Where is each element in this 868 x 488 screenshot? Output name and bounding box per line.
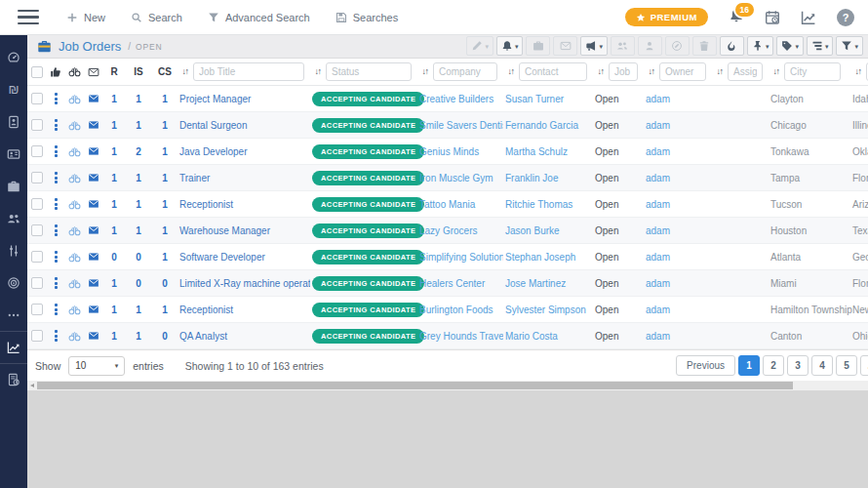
job-title-link[interactable]: Trainer bbox=[179, 173, 210, 183]
tags-button[interactable]: ▾ bbox=[776, 36, 804, 56]
broadcast-button[interactable]: ▾ bbox=[580, 36, 608, 56]
sidebar-item-contacts[interactable] bbox=[0, 105, 27, 138]
email-button[interactable] bbox=[553, 36, 577, 56]
internal-submissions-count[interactable]: 1 bbox=[125, 94, 152, 104]
page-5-button[interactable]: 5 bbox=[836, 355, 857, 376]
sort-icon[interactable]: ↓↑ bbox=[770, 67, 781, 76]
client-submissions-count[interactable]: 1 bbox=[152, 146, 178, 157]
internal-submissions-count[interactable]: 1 bbox=[125, 173, 152, 183]
contact-filter-input[interactable] bbox=[519, 62, 587, 81]
table-row[interactable]: 1 0 0 Limited X-Ray machine operator ACC… bbox=[27, 270, 868, 297]
pin-button[interactable]: ▾ bbox=[747, 36, 774, 56]
job-title-link[interactable]: Limited X-Ray machine operator bbox=[179, 278, 310, 289]
edit-button[interactable]: ▾ bbox=[466, 36, 493, 56]
table-row[interactable]: 1 2 1 Java Developer ACCEPTING CANDIDATE… bbox=[27, 139, 868, 165]
email-envelope-icon[interactable] bbox=[88, 172, 99, 183]
owner-link[interactable]: adam bbox=[646, 278, 670, 289]
client-submissions-count[interactable]: 1 bbox=[152, 120, 178, 131]
client-submissions-count[interactable]: 1 bbox=[152, 252, 178, 263]
client-submissions-count[interactable]: 1 bbox=[152, 305, 178, 315]
column-is-label[interactable]: IS bbox=[125, 66, 152, 77]
table-row[interactable]: 1 1 1 Receptionist ACCEPTING CANDIDATE B… bbox=[27, 297, 868, 323]
city-filter-input[interactable] bbox=[784, 62, 841, 81]
email-envelope-icon[interactable] bbox=[88, 330, 99, 342]
email-envelope-icon[interactable] bbox=[88, 304, 99, 315]
title-filter-input[interactable] bbox=[193, 62, 304, 81]
contact-link[interactable]: Martha Schulz bbox=[505, 146, 568, 157]
owner-link[interactable]: adam bbox=[646, 252, 670, 263]
column-cs-label[interactable]: CS bbox=[152, 66, 178, 77]
column-r-label[interactable]: R bbox=[103, 66, 125, 77]
email-envelope-icon[interactable] bbox=[88, 251, 99, 263]
assigned-filter-input[interactable] bbox=[728, 62, 763, 81]
email-envelope-icon[interactable] bbox=[88, 119, 99, 131]
help-button[interactable]: ? bbox=[837, 9, 854, 26]
job-title-link[interactable]: Dental Surgeon bbox=[179, 120, 248, 131]
contact-link[interactable]: Stephan Joseph bbox=[505, 252, 575, 263]
sidebar-item-dashboard[interactable] bbox=[0, 41, 27, 73]
row-checkbox[interactable] bbox=[31, 330, 43, 342]
bulk-edit-button[interactable] bbox=[665, 36, 690, 56]
internal-submissions-count[interactable]: 1 bbox=[125, 120, 152, 131]
owner-link[interactable]: adam bbox=[646, 120, 670, 131]
owner-link[interactable]: adam bbox=[646, 146, 670, 157]
hot-list-button[interactable] bbox=[720, 36, 744, 56]
client-submissions-count[interactable]: 1 bbox=[152, 173, 178, 183]
owner-link[interactable]: adam bbox=[646, 331, 670, 342]
row-menu-icon[interactable] bbox=[55, 93, 58, 104]
row-checkbox[interactable] bbox=[31, 172, 43, 183]
row-menu-icon[interactable] bbox=[55, 251, 58, 263]
premium-button[interactable]: PREMIUM bbox=[625, 8, 708, 26]
client-submissions-count[interactable]: 1 bbox=[152, 199, 178, 210]
notify-button[interactable]: ▾ bbox=[496, 36, 524, 56]
sort-icon[interactable]: ↓↑ bbox=[419, 67, 430, 76]
nav-item-advanced-search[interactable]: Advanced Search bbox=[208, 12, 310, 23]
client-submissions-count[interactable]: 0 bbox=[152, 331, 178, 342]
contact-link[interactable]: Jason Burke bbox=[505, 225, 560, 236]
table-row[interactable]: 1 1 1 Warehouse Manager ACCEPTING CANDID… bbox=[27, 218, 868, 244]
job-title-link[interactable]: Receptionist bbox=[179, 199, 233, 210]
contact-link[interactable]: Franklin Joe bbox=[505, 173, 558, 183]
table-row[interactable]: 1 1 1 Trainer ACCEPTING CANDIDATE Iron M… bbox=[27, 165, 868, 191]
select-all-checkbox[interactable] bbox=[31, 66, 43, 78]
job-title-link[interactable]: Warehouse Manager bbox=[179, 225, 270, 236]
company-link[interactable]: Lazy Grocers bbox=[419, 225, 477, 236]
internal-submissions-count[interactable]: 2 bbox=[125, 146, 152, 157]
row-checkbox[interactable] bbox=[31, 304, 43, 315]
hamburger-menu-icon[interactable] bbox=[18, 10, 39, 25]
breadcrumb-title[interactable]: Job Orders bbox=[59, 39, 121, 54]
preview-binoculars-icon[interactable] bbox=[68, 277, 81, 290]
job-title-link[interactable]: QA Analyst bbox=[179, 331, 227, 342]
preview-binoculars-icon[interactable] bbox=[68, 330, 81, 343]
resumes-count[interactable]: 1 bbox=[103, 146, 125, 157]
sidebar-item-candidates[interactable] bbox=[0, 202, 27, 234]
preview-binoculars-icon[interactable] bbox=[68, 224, 81, 237]
scrollbar-thumb[interactable] bbox=[37, 382, 793, 389]
row-menu-icon[interactable] bbox=[55, 277, 58, 289]
job-title-link[interactable]: Project Manager bbox=[179, 94, 251, 104]
company-link[interactable]: Simplifying Solutions bbox=[419, 252, 503, 263]
page-4-button[interactable]: 4 bbox=[811, 355, 833, 376]
contact-link[interactable]: Sylvester Simpson bbox=[505, 305, 586, 315]
email-envelope-icon[interactable] bbox=[88, 224, 99, 236]
sort-icon[interactable]: ↓↑ bbox=[852, 67, 863, 76]
sidebar-item-analytics[interactable] bbox=[0, 331, 27, 363]
resumes-count[interactable]: 1 bbox=[103, 94, 125, 104]
contact-link[interactable]: Jose Martinez bbox=[505, 278, 566, 289]
internal-submissions-count[interactable]: 1 bbox=[125, 305, 152, 315]
sort-icon[interactable]: ↓↑ bbox=[505, 67, 516, 76]
filter-button[interactable]: ▾ bbox=[836, 36, 863, 56]
row-menu-icon[interactable] bbox=[55, 119, 58, 131]
row-menu-icon[interactable] bbox=[55, 330, 58, 342]
owner-filter-input[interactable] bbox=[659, 62, 706, 81]
internal-submissions-count[interactable]: 1 bbox=[125, 225, 152, 236]
page-…-button[interactable]: … bbox=[860, 355, 868, 376]
row-checkbox[interactable] bbox=[31, 277, 43, 289]
owner-link[interactable]: adam bbox=[646, 225, 670, 236]
resumes-count[interactable]: 1 bbox=[103, 278, 125, 289]
nav-item-search[interactable]: Search bbox=[131, 12, 182, 23]
contact-link[interactable]: Mario Costa bbox=[505, 331, 558, 342]
client-submissions-count[interactable]: 1 bbox=[152, 225, 178, 236]
sort-icon[interactable]: ↓↑ bbox=[179, 67, 190, 76]
client-submissions-count[interactable]: 0 bbox=[152, 278, 178, 289]
